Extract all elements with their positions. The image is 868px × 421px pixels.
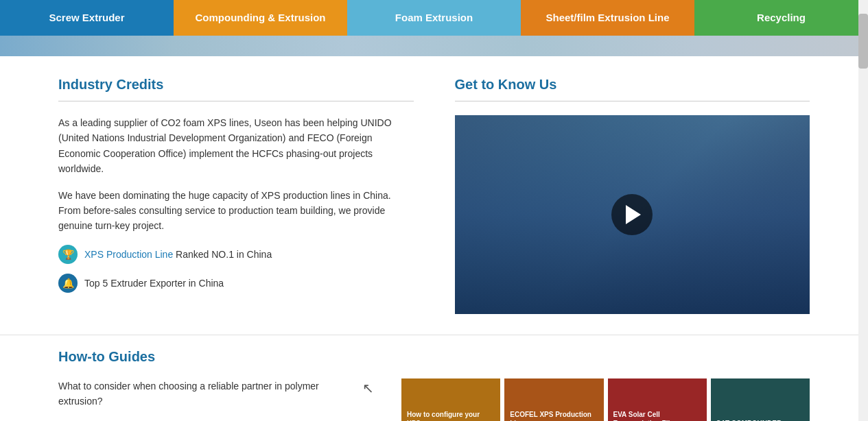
tab-screw-extruder[interactable]: Screw Extruder: [0, 0, 174, 36]
xps-production-link[interactable]: XPS Production Line: [84, 249, 173, 260]
get-to-know-us-title: Get to Know Us: [455, 77, 810, 93]
guide-card-label-2: ECOFEL XPS Production Line: [504, 406, 603, 421]
get-to-know-us-section: Get to Know Us: [455, 77, 810, 314]
scrollbar-thumb[interactable]: [858, 14, 868, 69]
video-player[interactable]: [455, 115, 810, 314]
exporter-text: Top 5 Extruder Exporter in China: [84, 278, 224, 289]
xps-rank-text: XPS Production Line Ranked NO.1 in China: [84, 249, 272, 260]
main-content: Industry Credits As a leading supplier o…: [0, 56, 868, 335]
tab-foam-extrusion[interactable]: Foam Extrusion: [347, 0, 521, 36]
guide-card-ecofel[interactable]: ECOFEL XPS Production Line: [504, 378, 603, 421]
industry-credits-para1: As a leading supplier of CO2 foam XPS li…: [58, 115, 414, 177]
rank-icon: 🏆: [58, 245, 78, 264]
bell-icon: 🔔: [58, 274, 78, 293]
guides-text-with-cursor: What to consider when choosing a reliabl…: [58, 378, 374, 409]
badge-xps-rank: 🏆 XPS Production Line Ranked NO.1 in Chi…: [58, 245, 414, 264]
tab-compounding-extrusion[interactable]: Compounding & Extrusion: [174, 0, 347, 36]
guide-card-eva-solar[interactable]: EVA Solar Cell Encapsulation Film: [608, 378, 707, 421]
play-button[interactable]: [611, 194, 653, 235]
industry-credits-section: Industry Credits As a leading supplier o…: [58, 77, 414, 314]
guides-text-area: What to consider when choosing a reliabl…: [58, 378, 374, 421]
navigation-tabs: Screw Extruder Compounding & Extrusion F…: [0, 0, 868, 36]
section-divider: [58, 101, 414, 101]
hero-image-bar: [0, 36, 868, 56]
video-section-divider: [455, 101, 810, 101]
guide-card-label-1: How to configure your XPS: [401, 406, 500, 421]
tab-recycling[interactable]: Recycling: [694, 0, 868, 36]
guide-cards-container: How to configure your XPS ECOFEL XPS Pro…: [401, 378, 810, 421]
play-icon: [626, 205, 641, 224]
badge-exporter: 🔔 Top 5 Extruder Exporter in China: [58, 274, 414, 293]
tab-sheet-film[interactable]: Sheet/film Extrusion Line: [521, 0, 694, 36]
guides-content: What to consider when choosing a reliabl…: [58, 378, 810, 421]
industry-credits-para2: We have been dominating the huge capacit…: [58, 188, 414, 234]
cursor-icon: ↖: [362, 380, 374, 396]
guide-card-sat-compounder[interactable]: SAT COMPOUNDER: [711, 378, 810, 421]
guides-paragraph: What to consider when choosing a reliabl…: [58, 378, 357, 409]
how-to-guides-title: How-to Guides: [58, 349, 810, 365]
how-to-guides-section: How-to Guides What to consider when choo…: [0, 335, 868, 421]
guide-card-label-3: EVA Solar Cell Encapsulation Film: [608, 406, 707, 421]
guide-card-how-configure[interactable]: How to configure your XPS: [401, 378, 500, 421]
industry-credits-title: Industry Credits: [58, 77, 414, 93]
scrollbar[interactable]: [858, 0, 868, 421]
guide-card-label-4: SAT COMPOUNDER: [711, 415, 787, 421]
